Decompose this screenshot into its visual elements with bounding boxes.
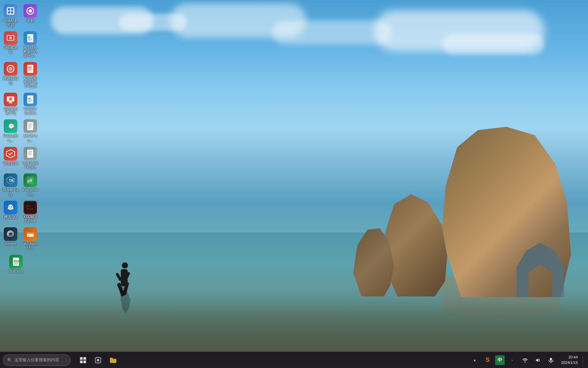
icon-label-atk-xcom: XCOM V2.0.exe [22,215,38,223]
taskbar: 🔍 这里输入你要搜索的内容 [0,352,588,368]
svg-text:XCOM: XCOM [26,208,33,210]
sound-icon[interactable] [533,355,543,366]
icon-remote-client[interactable]: 远程桌面客户端 [1,91,20,117]
svg-rect-13 [28,40,31,41]
icon-qq[interactable]: 腾讯QQ [1,199,20,225]
svg-rect-54 [27,232,34,234]
svg-rect-28 [28,101,31,102]
svg-point-24 [9,97,12,101]
taskbar-file-explorer[interactable] [106,353,120,367]
svg-rect-38 [28,153,31,153]
svg-rect-60 [80,357,83,360]
icon-driver-easy[interactable]: DE Driver Easy [1,172,20,198]
clock-time: 20:44 [568,355,578,360]
svg-rect-0 [7,7,14,15]
icon-row-3: 远程桌面客户端 W C语言作业.docx [1,91,39,117]
icon-mumu-screenshot[interactable]: uMu截屏器 [1,30,20,59]
tray-chevron-icon: ▲ [473,358,476,362]
microphone-icon[interactable] [545,355,556,366]
taskbar-app-guard[interactable] [91,353,105,367]
svg-text:DE: DE [9,179,14,182]
svg-text:PDF: PDF [28,66,32,69]
svg-rect-32 [28,125,31,126]
clock-date: 2024/1/15 [561,360,578,365]
icon-word-doc2[interactable]: W C语言作业.docx [21,91,39,117]
icon-galaxy-buds[interactable]: ⌚ GalaxyBu... [1,118,20,144]
desktop-icons: MuMu多开器 录制 uMu截屏器 W 关于使用数据中心及计算… [0,0,41,278]
svg-rect-2 [11,8,13,11]
icon-label-security-software: 安全软件 [3,161,18,166]
icon-label-word-doc1: 关于使用数据中心及计算… [22,46,38,58]
svg-text:W: W [28,97,31,100]
svg-point-9 [9,36,12,39]
taskbar-clock[interactable]: 20:44 2024/1/15 [558,355,581,365]
taskbar-task-view[interactable] [76,353,90,367]
svg-point-65 [97,359,99,362]
svg-rect-37 [28,151,32,152]
icon-label-capture: 录制 [27,18,34,23]
icon-mumu-open[interactable]: MuMu多开器 [1,3,20,29]
svg-rect-55 [28,235,30,236]
icon-label-atc-app: atc-App-15... [22,242,38,250]
svg-point-6 [29,9,32,13]
icon-label-server-config: server-co... [22,134,38,142]
taskbar-search[interactable]: 🔍 这里输入你要搜索的内容 [3,354,71,366]
icon-atc-app[interactable]: atc-App-15... [21,226,39,252]
sogou-input-icon[interactable]: S [482,355,493,366]
icon-word-doc1[interactable]: W 关于使用数据中心及计算… [21,30,39,59]
svg-text:xlsx: xlsx [14,259,20,263]
icon-steam[interactable]: Steam [1,226,20,252]
svg-rect-58 [14,263,18,263]
svg-rect-33 [28,126,32,127]
ime-dot-indicator[interactable]: · [507,355,518,366]
svg-rect-19 [28,69,33,70]
taskbar-right-area: ▲ S 中 · [469,354,588,366]
search-icon: 🔍 [7,358,12,363]
icon-row-4: ⌚ GalaxyBu... server-co... [1,118,39,144]
svg-rect-34 [28,128,31,128]
icon-pdf-doc[interactable]: PDF C语言程序设计电子书.pdf [21,61,39,90]
ime-chinese-indicator[interactable]: 中 [495,355,505,365]
icon-label-galaxy-buds: GalaxyBu... [3,134,18,142]
cloud-6 [442,34,544,55]
search-placeholder-text: 这里输入你要搜索的内容 [14,357,59,363]
icon-label-remote-client: 远程桌面客户端 [3,107,18,115]
svg-text:⌚: ⌚ [7,122,15,130]
icon-row-7: 腾讯QQ ATKXCOM XCOM V2.0.exe [1,199,39,225]
icon-label-pdf-doc: C语言程序设计电子书.pdf [22,76,38,89]
icon-excel-file[interactable]: xlsx 排班.xlsx [1,254,30,275]
svg-point-46 [9,206,10,208]
icon-keil-uvisions[interactable]: µV5 Keil uVisions [21,172,39,198]
icon-label-mumu-open: MuMu多开器 [3,18,18,27]
svg-rect-27 [28,100,32,101]
svg-rect-61 [83,357,86,360]
svg-rect-20 [28,70,31,71]
svg-text:W: W [28,36,31,39]
icon-security-software[interactable]: 安全软件 [1,145,20,171]
svg-point-47 [11,206,12,208]
show-desktop-button[interactable] [583,354,585,366]
icon-omv-install[interactable]: omv-install legasi [21,145,39,171]
icon-capture[interactable]: 录制 [21,3,39,29]
svg-rect-12 [28,39,32,40]
svg-point-48 [10,208,12,209]
svg-rect-3 [8,11,10,14]
tray-expand-button[interactable]: ▲ [469,355,480,366]
svg-rect-36 [27,150,33,158]
icon-label-excel-file: 排班.xlsx [9,269,23,274]
icon-netease-music[interactable]: 网易云音乐 [1,61,20,90]
svg-rect-63 [83,361,86,363]
icon-row-9: xlsx 排班.xlsx [1,254,39,276]
network-icon[interactable] [520,355,530,366]
svg-rect-17 [27,65,33,73]
icon-label-driver-easy: Driver Easy [3,188,18,197]
icon-row-5: 安全软件 omv-install legasi [1,145,39,171]
runner-head [122,262,128,269]
icon-label-omv-install: omv-install legasi [22,161,38,169]
svg-rect-66 [550,358,552,361]
icon-server-config[interactable]: server-co... [21,118,39,144]
svg-rect-31 [28,124,32,124]
icon-row-1: uMu截屏器 W 关于使用数据中心及计算… [1,30,39,60]
icon-row-0: MuMu多开器 录制 [1,3,39,29]
icon-atk-xcom[interactable]: ATKXCOM XCOM V2.0.exe [21,199,39,225]
